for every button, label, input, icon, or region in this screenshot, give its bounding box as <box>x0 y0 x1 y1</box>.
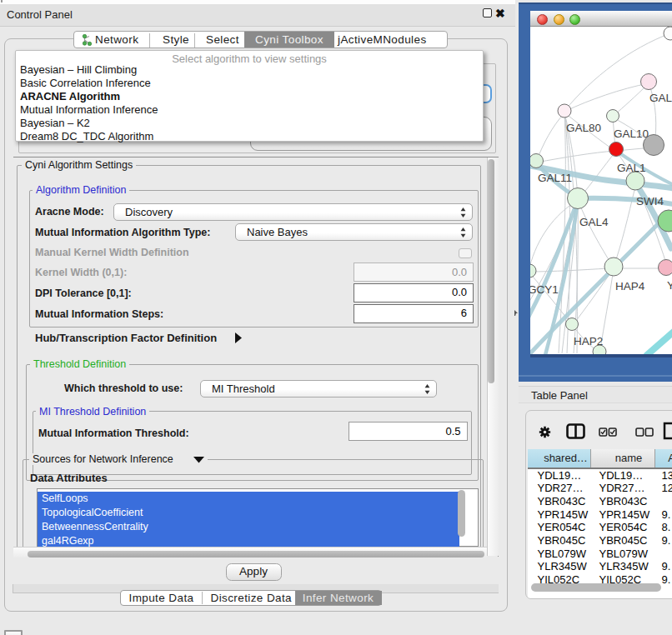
svg-text:GAL10: GAL10 <box>614 128 649 140</box>
svg-text:GAL1: GAL1 <box>617 162 646 174</box>
svg-text:GAL4: GAL4 <box>579 216 609 228</box>
svg-text:HAP2: HAP2 <box>574 335 603 348</box>
svg-text:SWI4: SWI4 <box>636 195 664 208</box>
svg-text:HAP4: HAP4 <box>615 280 645 292</box>
svg-text:GCY1: GCY1 <box>530 283 559 296</box>
svg-text:GAL80: GAL80 <box>566 122 601 134</box>
svg-text:GAL2: GAL2 <box>649 92 672 104</box>
svg-text:GAL11: GAL11 <box>538 172 572 184</box>
svg-text:YJ: YJ <box>667 279 672 292</box>
